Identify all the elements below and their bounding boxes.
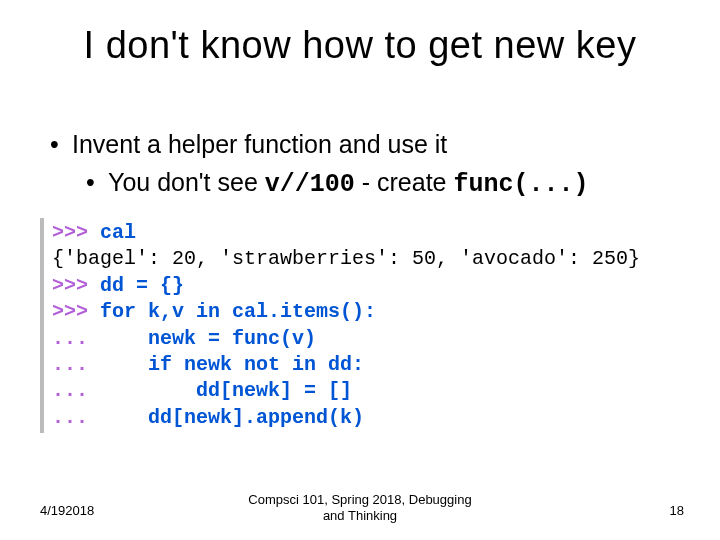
repl-output: {'bagel': 20, 'strawberries': 50, 'avoca… [52, 247, 640, 270]
repl-continuation: ... [52, 379, 100, 402]
footer-page-number: 18 [670, 503, 684, 518]
python-repl-block: >>> cal {'bagel': 20, 'strawberries': 50… [40, 218, 692, 433]
code-token: newk [172, 353, 244, 376]
bullet-2-pre: You don't see [108, 168, 265, 196]
keyword-in: in [280, 353, 316, 376]
inline-code-2: func(...) [453, 170, 588, 199]
bullet-list: •Invent a helper function and use it •Yo… [50, 128, 690, 202]
code-indent [100, 353, 148, 376]
slide: I don't know how to get new key •Invent … [0, 0, 720, 540]
keyword-not: not [244, 353, 280, 376]
slide-footer: 4/192018 Compsci 101, Spring 2018, Debug… [0, 490, 720, 524]
keyword-for: for [100, 300, 136, 323]
footer-line-1: Compsci 101, Spring 2018, Debugging [248, 492, 471, 507]
bullet-level-2: •You don't see v//100 - create func(...) [86, 166, 690, 202]
bullet-dot-icon: • [50, 128, 72, 162]
repl-prompt: >>> [52, 300, 100, 323]
code-line: dd[newk] = [] [196, 379, 352, 402]
repl-prompt: >>> [52, 274, 100, 297]
code-token: cal.items(): [220, 300, 376, 323]
bullet-level-1: •Invent a helper function and use it [50, 128, 690, 162]
code-indent [100, 327, 148, 350]
inline-code-1: v//100 [265, 170, 355, 199]
bullet-2-mid: - create [355, 168, 454, 196]
repl-continuation: ... [52, 406, 100, 429]
repl-prompt: >>> [52, 221, 100, 244]
footer-course-info: Compsci 101, Spring 2018, Debugging and … [0, 492, 720, 525]
code-token: cal [100, 221, 136, 244]
code-indent [100, 406, 148, 429]
slide-title: I don't know how to get new key [0, 24, 720, 67]
code-line: dd[newk].append(k) [148, 406, 364, 429]
code-line: newk = func(v) [148, 327, 316, 350]
bullet-1-text: Invent a helper function and use it [72, 130, 447, 158]
code-token: dd = {} [100, 274, 184, 297]
footer-line-2: and Thinking [323, 508, 397, 523]
keyword-in: in [196, 300, 220, 323]
repl-continuation: ... [52, 353, 100, 376]
code-indent [100, 379, 196, 402]
bullet-dot-icon: • [86, 166, 108, 200]
code-token: dd: [316, 353, 364, 376]
code-token: k,v [136, 300, 196, 323]
keyword-if: if [148, 353, 172, 376]
repl-continuation: ... [52, 327, 100, 350]
